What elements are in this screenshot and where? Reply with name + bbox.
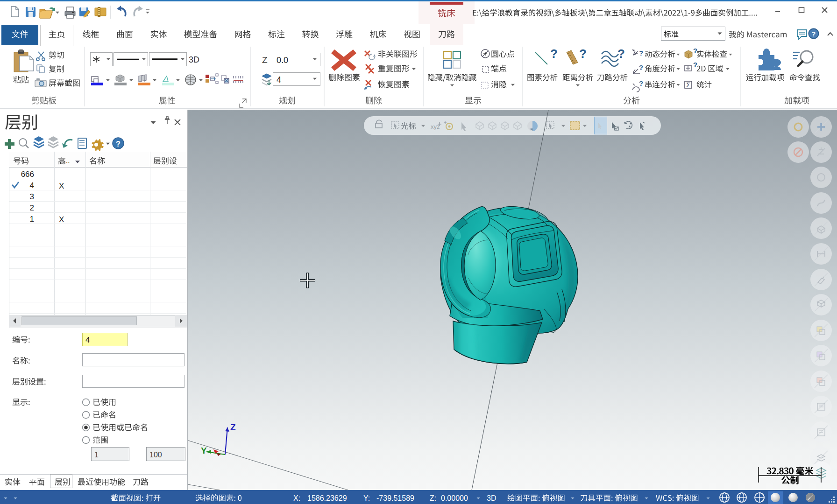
- svg-text:Z: Z: [262, 55, 268, 65]
- svg-text:Σ: Σ: [686, 81, 690, 89]
- svg-text:?: ?: [579, 47, 587, 61]
- svg-text:?: ?: [639, 63, 643, 71]
- svg-text:?: ?: [693, 61, 697, 69]
- svg-text:?: ?: [693, 47, 697, 55]
- svg-text:?: ?: [550, 47, 558, 61]
- svg-text:?: ?: [639, 79, 643, 87]
- svg-text:?: ?: [617, 47, 625, 61]
- svg-text:?: ?: [812, 30, 816, 38]
- svg-text:3D: 3D: [189, 55, 199, 64]
- svg-text:?: ?: [639, 49, 643, 57]
